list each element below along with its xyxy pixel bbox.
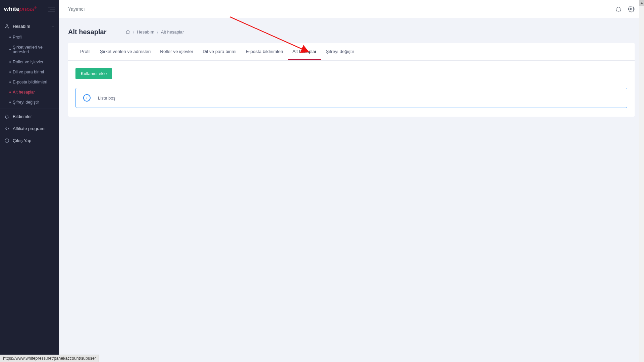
alert-text: Liste boş bbox=[98, 96, 115, 101]
topbar-role-label: Yayımcı bbox=[68, 6, 85, 12]
sidebar-item-label: Hesabım bbox=[13, 24, 30, 29]
sidebar-subitem-label: Alt hesaplar bbox=[13, 90, 35, 95]
brand-logo[interactable]: whitepress® bbox=[4, 6, 37, 13]
topbar: Yayımcı bbox=[59, 0, 644, 18]
tab-label: Roller ve işlevler bbox=[160, 49, 193, 54]
tab-profile[interactable]: Profil bbox=[75, 43, 95, 60]
breadcrumb-separator: / bbox=[133, 29, 134, 35]
sidebar-item-label: Bildirimler bbox=[13, 114, 32, 119]
breadcrumb-account[interactable]: Hesabım bbox=[137, 29, 154, 35]
sidebar-submenu: Profil Şirket verileri ve adresleri Roll… bbox=[0, 32, 59, 107]
nav-divider bbox=[0, 109, 59, 109]
tab-label: Şirket verileri ve adresleri bbox=[100, 49, 151, 54]
bell-icon bbox=[615, 6, 622, 12]
sidebar-subitem-label: Profil bbox=[13, 35, 22, 40]
notifications-button[interactable] bbox=[615, 6, 622, 12]
sidebar-subitem-roles[interactable]: Roller ve işlevler bbox=[8, 57, 59, 67]
tab-label: Profil bbox=[80, 49, 91, 54]
sidebar-subitem-label: Şirket verileri ve adresleri bbox=[13, 45, 43, 54]
browser-status-bar: https://www.whitepress.net/panel/account… bbox=[0, 355, 99, 362]
settings-button[interactable] bbox=[628, 6, 635, 12]
user-icon bbox=[4, 23, 9, 29]
tab-subaccounts[interactable]: Alt hesaplar bbox=[288, 43, 321, 60]
tab-roles[interactable]: Roller ve işlevler bbox=[155, 43, 198, 60]
tab-lang[interactable]: Dil ve para birimi bbox=[198, 43, 241, 60]
tab-label: E-posta bildirimleri bbox=[246, 49, 283, 54]
logo-reg-icon: ® bbox=[34, 6, 37, 9]
triangle-up-icon bbox=[640, 2, 643, 4]
sidebar-subitem-password[interactable]: Şifreyi değiştir bbox=[8, 97, 59, 107]
sidebar-subitem-subaccounts[interactable]: Alt hesaplar bbox=[8, 87, 59, 97]
info-icon: i bbox=[83, 94, 91, 102]
sidebar-header: whitepress® bbox=[0, 0, 59, 18]
sidebar-item-logout[interactable]: Çıkış Yap bbox=[0, 134, 59, 146]
sidebar-subitem-company[interactable]: Şirket verileri ve adresleri bbox=[8, 42, 59, 57]
tab-label: Dil ve para birimi bbox=[203, 49, 236, 54]
sidebar-item-notifications[interactable]: Bildirimler bbox=[0, 110, 59, 122]
sidebar-subitem-profile[interactable]: Profil bbox=[8, 32, 59, 42]
content-card: Profil Şirket verileri ve adresleri Roll… bbox=[68, 43, 635, 117]
sidebar-item-account[interactable]: Hesabım bbox=[0, 20, 59, 32]
main-area: Yayımcı Alt hesaplar / Hesabım / Alt bbox=[59, 0, 644, 362]
card-body: Kullanıcı ekle i Liste boş bbox=[68, 61, 635, 117]
sidebar-subitem-label: E-posta bildirimleri bbox=[13, 80, 47, 84]
chevron-down-icon bbox=[51, 24, 55, 28]
scrollbar-vertical[interactable] bbox=[639, 0, 644, 362]
breadcrumb-separator: / bbox=[157, 29, 158, 35]
power-icon bbox=[4, 138, 9, 143]
tab-email[interactable]: E-posta bildirimleri bbox=[241, 43, 288, 60]
svg-point-0 bbox=[6, 24, 8, 26]
breadcrumb: / Hesabım / Alt hesaplar bbox=[125, 29, 184, 35]
megaphone-icon bbox=[4, 126, 9, 131]
breadcrumb-current: Alt hesaplar bbox=[161, 29, 184, 35]
tab-password[interactable]: Şifreyi değiştir bbox=[321, 43, 359, 60]
sidebar-subitem-lang[interactable]: Dil ve para birimi bbox=[8, 67, 59, 77]
home-icon[interactable] bbox=[125, 29, 130, 34]
sidebar-item-affiliate[interactable]: Affiliate programı bbox=[0, 122, 59, 134]
add-user-button[interactable]: Kullanıcı ekle bbox=[75, 68, 112, 79]
tab-label: Alt hesaplar bbox=[292, 49, 316, 54]
tabs: Profil Şirket verileri ve adresleri Roll… bbox=[68, 43, 635, 61]
sidebar-subitem-label: Dil ve para birimi bbox=[13, 70, 44, 74]
app-root: whitepress® Hesabım Profil Şirket verile… bbox=[0, 0, 644, 362]
tab-label: Şifreyi değiştir bbox=[326, 49, 354, 54]
page-header: Alt hesaplar / Hesabım / Alt hesaplar bbox=[59, 18, 644, 43]
sidebar: whitepress® Hesabım Profil Şirket verile… bbox=[0, 0, 59, 362]
sidebar-nav: Hesabım Profil Şirket verileri ve adresl… bbox=[0, 18, 59, 146]
bell-icon bbox=[4, 114, 9, 119]
sidebar-item-label: Çıkış Yap bbox=[13, 138, 31, 143]
svg-point-3 bbox=[631, 8, 632, 10]
gear-icon bbox=[628, 6, 635, 12]
sidebar-subitem-label: Roller ve işlevler bbox=[13, 60, 44, 64]
scrollbar-up-button[interactable] bbox=[639, 0, 644, 6]
topbar-actions bbox=[615, 6, 635, 12]
sidebar-subitem-email[interactable]: E-posta bildirimleri bbox=[8, 77, 59, 87]
logo-press: press bbox=[19, 6, 34, 12]
sidebar-item-label: Affiliate programı bbox=[13, 126, 46, 131]
divider bbox=[116, 27, 116, 36]
tab-company[interactable]: Şirket verileri ve adresleri bbox=[95, 43, 156, 60]
sidebar-subitem-label: Şifreyi değiştir bbox=[13, 100, 39, 105]
empty-alert: i Liste boş bbox=[75, 88, 627, 108]
logo-white: white bbox=[4, 6, 19, 12]
page-title: Alt hesaplar bbox=[68, 28, 106, 36]
hamburger-icon[interactable] bbox=[48, 7, 55, 11]
